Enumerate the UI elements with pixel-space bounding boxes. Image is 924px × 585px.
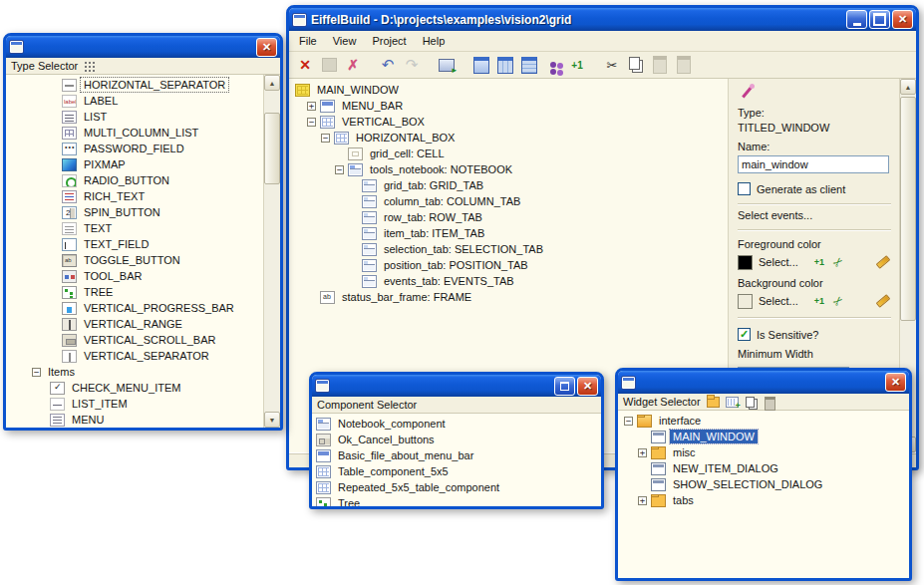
tree-item[interactable]: row_tab: ROW_TAB: [289, 209, 728, 225]
type-item[interactable]: MULTI_COLUMN_LIST: [6, 125, 263, 141]
paste-icon[interactable]: [764, 397, 776, 408]
widget-tree-item[interactable]: interface: [618, 413, 909, 429]
checkbox-checked-icon[interactable]: [738, 328, 751, 341]
component-item[interactable]: Repeated_5x5_table_component: [312, 479, 601, 495]
tree-item[interactable]: grid_cell: CELL: [289, 146, 728, 161]
widget-tree-item[interactable]: NEW_ITEM_DIALOG: [618, 460, 909, 476]
wand-icon[interactable]: [740, 84, 756, 100]
debug-users-icon[interactable]: [542, 54, 564, 76]
collapse-icon[interactable]: [335, 165, 344, 174]
generate-icon[interactable]: [436, 54, 458, 76]
scrollbar-thumb[interactable]: [900, 97, 916, 321]
tree-item[interactable]: tools_notebook: NOTEBOOK: [289, 161, 728, 177]
component-item[interactable]: Tree: [312, 495, 601, 506]
component-item[interactable]: Basic_file_about_menu_bar: [312, 447, 601, 463]
type-item[interactable]: TREE: [6, 284, 263, 300]
type-item[interactable]: PIXMAP: [6, 156, 263, 172]
type-item[interactable]: PASSWORD_FIELD: [6, 141, 263, 156]
apply-all-icon[interactable]: [811, 254, 827, 270]
cut-color-icon[interactable]: [830, 254, 846, 270]
collapse-icon[interactable]: [321, 134, 330, 143]
paste-icon[interactable]: [649, 54, 671, 76]
type-item[interactable]: LIST: [6, 109, 263, 125]
expand-icon[interactable]: [638, 448, 647, 457]
menu-file[interactable]: File: [291, 32, 325, 50]
type-item[interactable]: VERTICAL_SEPARATOR: [6, 348, 263, 364]
expand-icon[interactable]: [638, 496, 647, 505]
collapse-icon[interactable]: [307, 118, 316, 127]
delete-icon[interactable]: [294, 54, 316, 76]
component-item[interactable]: Ok_Cancel_buttons: [312, 432, 601, 447]
type-item[interactable]: MENU: [6, 412, 263, 428]
type-item[interactable]: SPIN_BUTTON: [6, 204, 263, 220]
titlebar[interactable]: [618, 371, 909, 394]
menu-view[interactable]: View: [325, 32, 365, 50]
remove-icon[interactable]: [342, 54, 364, 76]
undo-icon[interactable]: [377, 54, 399, 76]
grid-view-icon[interactable]: [494, 54, 516, 76]
copy-icon[interactable]: [625, 54, 647, 76]
type-item[interactable]: RICH_TEXT: [6, 188, 263, 204]
apply-all-icon[interactable]: [811, 293, 827, 309]
type-item[interactable]: TEXT_FIELD: [6, 236, 263, 252]
generate-client-checkbox[interactable]: Generate as client: [738, 182, 891, 195]
layout-view-icon[interactable]: [518, 54, 540, 76]
save-icon[interactable]: [318, 54, 340, 76]
folder-icon[interactable]: [707, 397, 720, 408]
scroll-up-icon[interactable]: [264, 75, 280, 91]
titlebar[interactable]: EiffelBuild - D:\projects\examples\visio…: [289, 8, 916, 31]
type-item[interactable]: VERTICAL_SCROLL_BAR: [6, 332, 263, 348]
maximize-button[interactable]: [869, 10, 890, 29]
type-item[interactable]: LIST_ITEM: [6, 396, 263, 412]
close-button[interactable]: [892, 10, 913, 29]
tree-item[interactable]: MENU_BAR: [289, 98, 728, 114]
close-button[interactable]: [577, 377, 598, 396]
background-select-label[interactable]: Select...: [759, 295, 808, 307]
collapse-icon[interactable]: [624, 417, 633, 426]
widget-tree-item-selected[interactable]: MAIN_WINDOW: [618, 429, 909, 444]
component-item[interactable]: Table_component_5x5: [312, 463, 601, 479]
tree-item[interactable]: item_tab: ITEM_TAB: [289, 225, 728, 241]
edit-color-icon[interactable]: [875, 254, 891, 270]
scroll-up-icon[interactable]: [900, 79, 916, 95]
close-button[interactable]: [885, 373, 906, 392]
widget-tree-item[interactable]: SHOW_SELECTION_DIALOG: [618, 476, 909, 492]
drag-grid-icon[interactable]: [84, 61, 95, 72]
tree-item[interactable]: events_tab: EVENTS_TAB: [289, 273, 728, 289]
expand-icon[interactable]: [307, 102, 316, 111]
type-item[interactable]: VERTICAL_RANGE: [6, 316, 263, 332]
tree-item[interactable]: VERTICAL_BOX: [289, 114, 728, 130]
minimize-button[interactable]: [846, 10, 867, 29]
widget-tree-item[interactable]: tabs: [618, 492, 909, 508]
type-item[interactable]: CHECK_MENU_ITEM: [6, 380, 263, 396]
tree-item[interactable]: grid_tab: GRID_TAB: [289, 177, 728, 193]
foreground-select-label[interactable]: Select...: [759, 256, 808, 268]
foreground-color-swatch[interactable]: [738, 255, 753, 270]
tree-item[interactable]: status_bar_frame: FRAME: [289, 289, 728, 305]
component-item[interactable]: Notebook_component: [312, 416, 601, 432]
tree-item[interactable]: position_tab: POSITION_TAB: [289, 257, 728, 273]
edit-color-icon[interactable]: [875, 293, 891, 309]
tree-item[interactable]: HORIZONTAL_BOX: [289, 130, 728, 146]
widget-tree-item[interactable]: misc: [618, 444, 909, 460]
window-view-icon[interactable]: [470, 54, 492, 76]
tree-item[interactable]: selection_tab: SELECTION_TAB: [289, 241, 728, 257]
scrollbar-thumb[interactable]: [264, 113, 280, 184]
type-item[interactable]: HORIZONTAL_SEPARATOR: [6, 77, 263, 93]
menu-help[interactable]: Help: [415, 32, 454, 50]
redo-icon[interactable]: [401, 54, 423, 76]
titlebar[interactable]: [312, 375, 601, 397]
type-item[interactable]: RADIO_BUTTON: [6, 172, 263, 188]
add-one-icon[interactable]: [566, 54, 588, 76]
copy-icon[interactable]: [745, 397, 758, 408]
type-item[interactable]: VERTICAL_PROGRESS_BAR: [6, 300, 263, 316]
type-item[interactable]: LABEL: [6, 93, 263, 109]
close-button[interactable]: [256, 38, 277, 57]
add-grid-icon[interactable]: [726, 397, 739, 408]
type-item[interactable]: TOGGLE_BUTTON: [6, 252, 263, 268]
paste-contents-icon[interactable]: [673, 54, 695, 76]
menu-project[interactable]: Project: [364, 32, 414, 50]
type-group-items[interactable]: Items: [6, 364, 263, 380]
type-item[interactable]: TOOL_BAR: [6, 268, 263, 284]
restore-button[interactable]: [554, 377, 575, 396]
